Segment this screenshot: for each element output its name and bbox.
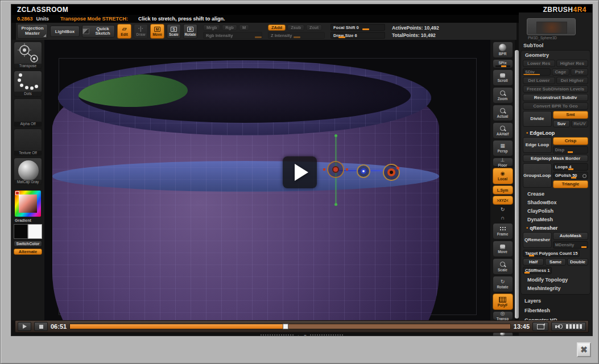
seek-bar[interactable] <box>69 324 511 329</box>
higher-res-button[interactable]: Higher Res <box>556 60 589 67</box>
target-polygons-slider[interactable]: Target Polygons Count 15 <box>523 250 580 257</box>
frame-button[interactable]: Frame <box>493 223 513 239</box>
loops-slider[interactable]: Loops 4 <box>553 163 588 171</box>
current-tool-thumbnail[interactable] <box>527 18 576 35</box>
crease-section-header[interactable]: Crease <box>523 189 588 198</box>
reuv-button[interactable]: ReUV <box>571 120 588 127</box>
half-button[interactable]: Half <box>523 258 544 266</box>
play-button[interactable] <box>18 322 31 331</box>
scale-button[interactable]: S Scale <box>167 24 181 39</box>
panel-scrollbar[interactable] <box>515 50 519 318</box>
bottom-tray-divider[interactable]: ▲ ▼ <box>11 333 592 336</box>
rotate-button[interactable]: R Rotate <box>183 24 197 39</box>
cage-button[interactable]: Cage <box>552 68 569 76</box>
edit-button[interactable]: ▱ Edit <box>117 24 131 39</box>
move-canvas-button[interactable]: Move <box>493 241 513 257</box>
del-lower-button[interactable]: Del Lower <box>523 77 555 84</box>
edgeloop-section-header[interactable]: EdgeLoop <box>523 129 588 137</box>
radial-toggle[interactable]: ∩ <box>496 214 510 222</box>
subtool-section-header[interactable]: SubTool <box>519 41 592 49</box>
video-play-button[interactable] <box>283 156 317 188</box>
tray-up-icon[interactable]: ▲ <box>296 334 300 336</box>
alpha-tile[interactable]: Alpha Off <box>14 98 42 127</box>
m-button[interactable]: M <box>239 24 249 31</box>
draw-button[interactable]: ·|· Draw <box>134 24 148 39</box>
shadowbox-section-header[interactable]: ShadowBox <box>523 198 588 206</box>
rotate-canvas-button[interactable]: ↻ Rotate <box>493 276 513 292</box>
volume-level-bars[interactable] <box>566 324 582 329</box>
crisp-button[interactable]: Crisp <box>553 137 588 145</box>
qremesher-button[interactable]: QRemesher <box>523 232 552 248</box>
edge-loop-button[interactable]: Edge Loop <box>523 137 552 153</box>
rgb-button[interactable]: Rgb <box>222 24 237 31</box>
layers-section-header[interactable]: Layers <box>519 296 592 305</box>
local-button[interactable]: ◉ Local <box>493 168 513 184</box>
del-higher-button[interactable]: Del Higher <box>556 77 589 84</box>
transpose-center-ring[interactable] <box>357 164 370 178</box>
persp-button[interactable]: ▦ Persp <box>493 140 513 156</box>
convert-bpr-button[interactable]: Convert BPR To Geo <box>523 102 588 110</box>
reconstruct-subdiv-button[interactable]: Reconstruct Subdiv <box>523 94 588 101</box>
meshintegrity-section-header[interactable]: MeshIntegrity <box>523 284 588 292</box>
material-tile[interactable]: MatCap Gray <box>14 158 42 185</box>
gyro-toggle[interactable]: ↻ <box>496 206 510 213</box>
move-button[interactable]: M Move <box>150 24 164 39</box>
fibermesh-section-header[interactable]: FiberMesh <box>519 305 592 315</box>
automask-button[interactable]: AutoMask <box>553 232 588 240</box>
scale-canvas-button[interactable]: Scale <box>493 258 513 275</box>
polyframe-button[interactable]: PolyF <box>493 293 513 310</box>
draw-size-slider[interactable]: Draw Size 6 <box>331 32 385 39</box>
suv-button[interactable]: Suv <box>553 120 570 127</box>
lower-res-button[interactable]: Lower Res <box>523 60 555 67</box>
freeze-subdivision-button[interactable]: Freeze SubDivision Levels <box>523 85 588 93</box>
spix-slider[interactable]: SPix <box>493 59 513 68</box>
viewport-canvas[interactable] <box>44 40 490 320</box>
mrgb-button[interactable]: Mrgb <box>203 24 220 31</box>
secondary-color-swatch[interactable] <box>28 224 42 239</box>
floor-button[interactable]: ⊥ Floor <box>493 158 513 167</box>
triangle-button[interactable]: Triangle <box>553 180 588 188</box>
qremesher-section-header[interactable]: qRemesher <box>523 224 588 232</box>
color-picker[interactable] <box>15 191 41 217</box>
actual-button[interactable]: Actual <box>493 105 513 121</box>
pstr-button[interactable]: Pstr <box>571 68 588 76</box>
groupsloops-button[interactable]: GroupsLoops <box>523 163 552 188</box>
claypolish-section-header[interactable]: ClayPolish <box>523 206 588 215</box>
transp-button[interactable]: ◎ Transp <box>493 311 513 320</box>
zcut-button[interactable]: Zcut <box>306 24 322 31</box>
rgb-intensity-slider[interactable]: Rgb Intensity <box>203 32 262 39</box>
gradient-label[interactable]: Gradient <box>14 218 42 222</box>
zoom-button[interactable]: Zoom <box>493 87 513 104</box>
zadd-button[interactable]: ZAdd <box>268 24 286 31</box>
scroll-button[interactable]: Scroll <box>493 69 513 86</box>
aahalf-button[interactable]: AAHalf <box>493 122 513 139</box>
gpolish-toggle-icon[interactable] <box>583 174 586 178</box>
modify-topology-section-header[interactable]: Modify Topology <box>523 275 588 284</box>
main-color-swatch[interactable] <box>14 224 28 239</box>
same-button[interactable]: Same <box>545 258 566 266</box>
zsub-button[interactable]: Zsub <box>287 24 304 31</box>
edgeloop-mask-border-button[interactable]: Edgeloop Mask Border <box>523 155 588 162</box>
alternate-button[interactable]: Alternate <box>14 249 42 255</box>
dynamesh-section-header[interactable]: DynaMesh <box>523 215 588 224</box>
lsym-button[interactable]: L.Sym <box>493 185 513 195</box>
bpr-button[interactable]: BPR <box>493 42 513 58</box>
geometry-section-header[interactable]: Geometry <box>523 52 588 60</box>
double-button[interactable]: Double <box>567 258 588 266</box>
tray-grip[interactable] <box>261 334 294 336</box>
quick-sketch-button[interactable]: Quick Sketch <box>82 25 115 38</box>
z-intensity-slider[interactable]: Z Intensity <box>268 32 325 39</box>
stroke-tile[interactable]: Dots <box>14 71 42 97</box>
switch-color-button[interactable]: SwitchColor <box>14 241 42 247</box>
sdiv-slider[interactable]: SDiv <box>523 68 551 76</box>
xyz-symmetry-button[interactable]: >XYZ< <box>493 196 513 205</box>
tray-grip[interactable] <box>310 334 343 336</box>
projection-master-button[interactable]: Projection Master <box>17 24 48 39</box>
transpose-start-ring[interactable] <box>327 161 344 178</box>
focal-shift-slider[interactable]: Focal Shift 0 <box>331 24 385 31</box>
close-button[interactable]: ✖ <box>577 342 591 357</box>
fullscreen-button[interactable] <box>532 322 548 331</box>
cstiffness-slider[interactable]: CStiffness 1 <box>523 267 552 274</box>
stop-button[interactable] <box>34 322 48 331</box>
smt-button[interactable]: Smt <box>553 111 588 119</box>
